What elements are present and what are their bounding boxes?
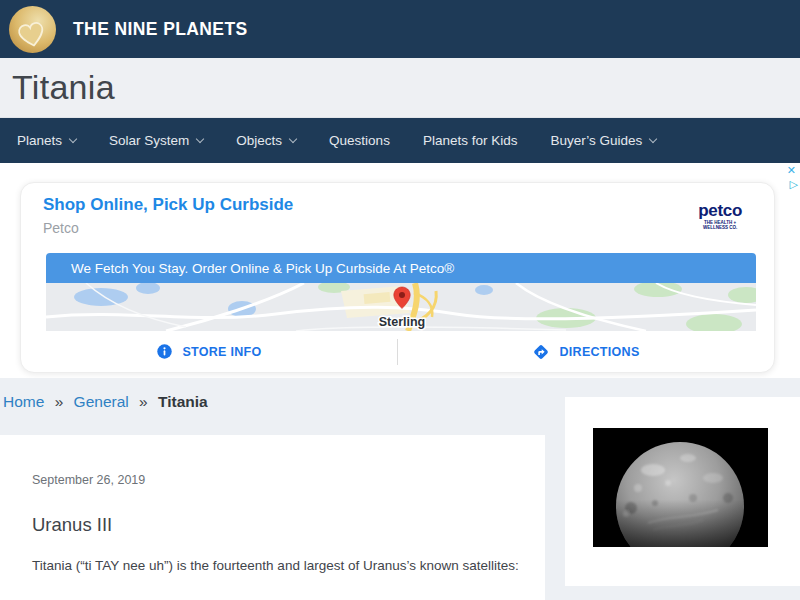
article-paragraph: Titania (“ti TAY nee uh”) is the fourtee… bbox=[32, 554, 537, 577]
titania-moon-photo[interactable] bbox=[593, 428, 768, 547]
breadcrumb-separator: » bbox=[139, 393, 148, 410]
store-info-label: STORE INFO bbox=[182, 345, 261, 359]
breadcrumb-current-page: Titania bbox=[158, 393, 208, 410]
chevron-down-icon bbox=[69, 134, 77, 142]
breadcrumb-general-link[interactable]: General bbox=[74, 393, 129, 410]
article-card: September 26, 2019 Uranus III Titania (“… bbox=[0, 435, 545, 600]
ad-card[interactable]: Shop Online, Pick Up Curbside Petco petc… bbox=[20, 182, 775, 373]
ad-close-icon[interactable]: ✕ bbox=[787, 164, 796, 176]
ad-header-row: Shop Online, Pick Up Curbside Petco petc… bbox=[21, 183, 774, 253]
nav-item-label: Questions bbox=[329, 133, 390, 148]
article-heading: Uranus III bbox=[32, 514, 545, 536]
directions-label: DIRECTIONS bbox=[559, 345, 639, 359]
nav-item-planets-for-kids[interactable]: Planets for Kids bbox=[423, 133, 518, 148]
main-nav: Planets Solar System Objects Questions P… bbox=[0, 118, 800, 163]
site-header: THE NINE PLANETS bbox=[0, 0, 800, 58]
page-title-band: Titania bbox=[0, 58, 800, 118]
nine-planets-logo-icon[interactable] bbox=[9, 6, 56, 53]
ad-banner-text: We Fetch You Stay. Order Online & Pick U… bbox=[71, 261, 454, 276]
nav-item-questions[interactable]: Questions bbox=[329, 133, 390, 148]
chevron-down-icon bbox=[289, 134, 297, 142]
directions-button[interactable]: DIRECTIONS bbox=[398, 343, 774, 361]
store-info-button[interactable]: STORE INFO bbox=[21, 343, 397, 360]
chevron-down-icon bbox=[649, 134, 657, 142]
map-place-label: Sterling bbox=[379, 315, 426, 329]
nav-item-buyers-guides[interactable]: Buyer’s Guides bbox=[550, 133, 656, 148]
article-date: September 26, 2019 bbox=[32, 473, 545, 487]
nav-item-label: Buyer’s Guides bbox=[550, 133, 642, 148]
main-content: Home » General » Titania September 26, 2… bbox=[0, 378, 800, 600]
adchoices-icon[interactable]: ▷ bbox=[790, 178, 798, 190]
ad-button-row: STORE INFO DIRECTIONS bbox=[21, 331, 774, 372]
nav-item-label: Solar System bbox=[109, 133, 189, 148]
nav-item-planets[interactable]: Planets bbox=[17, 133, 76, 148]
nav-item-label: Planets for Kids bbox=[423, 133, 518, 148]
chevron-down-icon bbox=[196, 134, 204, 142]
sidebar-card bbox=[565, 397, 800, 586]
nav-item-solar-system[interactable]: Solar System bbox=[109, 133, 203, 148]
ad-advertiser-name: Petco bbox=[43, 220, 79, 236]
breadcrumb-separator: » bbox=[55, 393, 64, 410]
breadcrumb: Home » General » Titania bbox=[3, 393, 208, 411]
ad-banner[interactable]: We Fetch You Stay. Order Online & Pick U… bbox=[46, 253, 756, 283]
breadcrumb-home-link[interactable]: Home bbox=[3, 393, 44, 410]
directions-diamond-icon bbox=[532, 343, 550, 361]
ad-headline-link[interactable]: Shop Online, Pick Up Curbside bbox=[43, 195, 293, 215]
petco-logo[interactable]: petco THE HEALTH + WELLNESS CO. bbox=[698, 203, 742, 230]
site-title: THE NINE PLANETS bbox=[73, 19, 248, 40]
info-circle-icon bbox=[156, 343, 173, 360]
nav-item-objects[interactable]: Objects bbox=[236, 133, 296, 148]
petco-logo-tagline: THE HEALTH + WELLNESS CO. bbox=[700, 220, 740, 230]
advertisement-section: ✕ ▷ Shop Online, Pick Up Curbside Petco … bbox=[0, 163, 800, 378]
nav-item-label: Objects bbox=[236, 133, 282, 148]
store-map[interactable]: Sterling bbox=[46, 283, 756, 331]
nav-item-label: Planets bbox=[17, 133, 62, 148]
petco-logo-text: petco bbox=[698, 203, 742, 219]
page-title: Titania bbox=[12, 68, 115, 107]
